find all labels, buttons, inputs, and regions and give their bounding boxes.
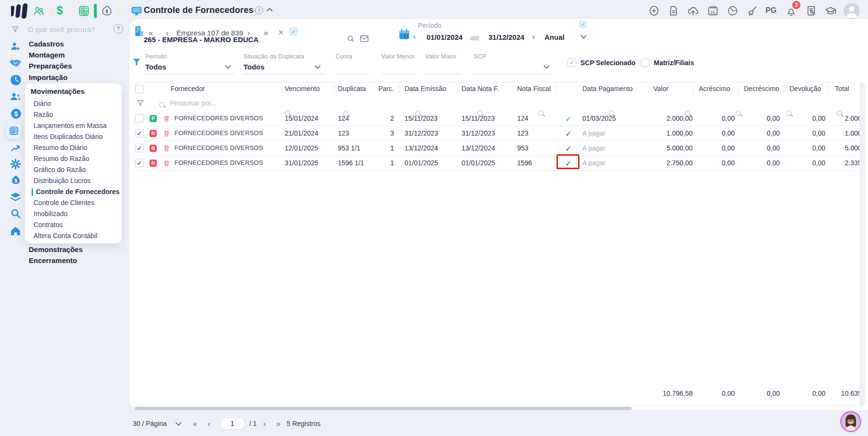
graduation-cap-icon[interactable] — [824, 5, 837, 17]
trending-up-icon[interactable] — [10, 142, 22, 154]
search-fornecedor-input[interactable]: Pesquisar por... — [170, 99, 216, 107]
money-circle-icon[interactable]: $ — [10, 108, 22, 120]
nota-check-icon[interactable]: ✓ — [560, 144, 577, 153]
column-header-data-nota[interactable]: Data Nota F. — [462, 85, 499, 92]
menu-item-resumo-razao[interactable]: Resumo do Razão — [34, 155, 89, 162]
app-logo-icon[interactable] — [11, 3, 30, 19]
row-checkbox[interactable]: ✓ — [135, 144, 144, 152]
sidebar-item-preparacoes[interactable]: Preparações — [29, 62, 72, 70]
valor-maior-input[interactable] — [425, 74, 461, 74]
layers-icon[interactable] — [10, 191, 22, 203]
money-bag-icon[interactable]: $ — [10, 174, 22, 186]
trash-icon[interactable] — [163, 130, 170, 138]
trash-icon[interactable] — [163, 160, 170, 167]
column-header-vencimento[interactable]: Vencimento — [285, 85, 320, 92]
table-row[interactable]: PFORNECEDORES DIVERSOS15/01/2024124215/1… — [135, 111, 863, 126]
menu-item-grafico-razao[interactable]: Gráfico do Razão — [34, 166, 86, 173]
period-start-date[interactable]: 01/01/2024 — [427, 33, 463, 41]
filter-funnel-icon[interactable] — [131, 57, 142, 68]
menu-item-resumo-diario[interactable]: Resumo do Diário — [34, 144, 87, 151]
column-header-parc[interactable]: Parc. — [364, 85, 394, 92]
nota-check-icon[interactable]: ✓ — [560, 129, 577, 138]
menu-item-distribuicao-lucros[interactable]: Distribuição Lucros — [34, 177, 91, 184]
scp-selecionado-checkbox[interactable]: ✓ — [567, 58, 576, 67]
filter-periodo-value[interactable]: Todos — [145, 63, 166, 71]
calculator-icon-active[interactable] — [6, 123, 22, 139]
column-header-acrescimo[interactable]: Acréscimo — [699, 85, 730, 92]
period-prev-button[interactable]: ‹ — [413, 33, 416, 41]
support-chat-avatar[interactable] — [840, 411, 861, 432]
row-checkbox[interactable]: ✓ — [135, 159, 144, 167]
user-settings-icon[interactable] — [10, 41, 21, 52]
handshake-icon[interactable] — [9, 57, 22, 69]
row-checkbox[interactable]: ✓ — [135, 129, 144, 138]
page-number-input[interactable]: 1 — [220, 417, 245, 430]
menu-item-itens-duplicados[interactable]: Itens Duplicados Diário — [34, 133, 103, 140]
clock-icon[interactable] — [727, 5, 739, 17]
home-icon[interactable] — [10, 225, 22, 237]
table-row[interactable]: ✓NFORNECEDORES DIVERSOS31/01/20251596 1/… — [135, 156, 863, 171]
people-group-icon[interactable] — [9, 91, 22, 103]
sidebar-item-cadastros[interactable]: Cadastros — [29, 40, 64, 48]
column-header-nota-fiscal[interactable]: Nota Fiscal — [517, 85, 551, 92]
calendar-icon[interactable] — [707, 5, 719, 17]
sidebar-item-montagem[interactable]: Montagem — [29, 51, 65, 59]
horizontal-scrollbar[interactable] — [135, 407, 632, 410]
menu-item-controle-fornecedores[interactable]: Controle de Fornecedores — [36, 188, 119, 195]
column-header-decrescimo[interactable]: Decréscimo — [744, 85, 779, 92]
first-page-button[interactable]: « — [193, 420, 197, 428]
row-checkbox[interactable] — [135, 114, 144, 123]
page-size-chevron-icon[interactable] — [175, 420, 182, 426]
table-filter-funnel-icon[interactable] — [136, 99, 145, 107]
menu-item-contratos[interactable]: Contratos — [34, 221, 63, 229]
period-mode-select[interactable]: Anual — [544, 33, 565, 41]
upload-cloud-icon[interactable] — [687, 5, 699, 17]
menu-item-diario[interactable]: Diário — [34, 100, 51, 107]
table-row[interactable]: ✓NFORNECEDORES DIVERSOS12/01/2025953 1/1… — [135, 141, 863, 156]
sidebar-item-movimentacoes[interactable]: Movimentações — [31, 87, 85, 95]
trash-icon[interactable] — [163, 115, 170, 123]
period-checkbox[interactable]: ✓ — [579, 21, 587, 28]
table-row[interactable]: ✓NFORNECEDORES DIVERSOS21/01/2024123331/… — [135, 126, 863, 141]
accounting-module-icon[interactable] — [78, 5, 90, 17]
help-icon[interactable]: ? — [114, 24, 123, 34]
company-search-icon[interactable] — [346, 34, 356, 44]
pg-button[interactable]: PG — [765, 6, 776, 15]
user-avatar[interactable] — [844, 3, 860, 19]
search-filter-icon[interactable] — [11, 25, 20, 34]
conta-input[interactable] — [336, 74, 370, 74]
people-module-icon[interactable] — [33, 5, 45, 17]
page-size-select[interactable]: 30 / Página — [133, 420, 167, 427]
matriz-filiais-checkbox[interactable] — [641, 58, 649, 67]
trash-icon[interactable] — [163, 145, 170, 152]
period-end-date[interactable]: 31/12/2024 — [488, 33, 524, 41]
search-fornecedor-icon[interactable] — [159, 102, 164, 107]
select-all-checkbox[interactable] — [135, 85, 144, 93]
column-header-valor[interactable]: Valor — [653, 85, 669, 92]
close-company-filter-icon[interactable]: ✕ — [278, 29, 284, 36]
history-clock-icon[interactable] — [10, 74, 22, 86]
column-header-data-emissao[interactable]: Data Emissão — [405, 85, 446, 92]
gear-icon[interactable] — [10, 158, 22, 170]
column-header-fornecedor[interactable]: Fornecedor — [171, 85, 205, 92]
scp-select[interactable] — [474, 74, 550, 74]
sidebar-item-importacao[interactable]: Importação — [29, 73, 68, 81]
clipboard-search-icon[interactable] — [805, 5, 817, 17]
prev-page-button[interactable]: ‹ — [208, 420, 210, 428]
info-icon[interactable]: i — [255, 6, 263, 14]
finance-module-icon[interactable]: $ — [57, 4, 63, 17]
column-header-duplicata[interactable]: Duplicata — [338, 85, 366, 92]
vertical-scrollbar-track[interactable] — [859, 82, 865, 405]
sidebar-search-input[interactable]: O que você procura? — [28, 25, 95, 34]
add-icon[interactable] — [648, 5, 660, 17]
moneybag-module-icon[interactable] — [101, 4, 113, 17]
menu-item-imobilizado[interactable]: Imobilizado — [34, 210, 68, 218]
column-header-data-pagamento[interactable]: Data Pagamento — [582, 85, 633, 92]
sidebar-item-demonstracoes[interactable]: Demonstrações — [29, 245, 83, 253]
menu-item-altera-conta[interactable]: Altera Conta Contábil — [34, 232, 97, 240]
menu-item-controle-clientes[interactable]: Controle de Clientes — [34, 199, 94, 207]
last-page-button[interactable]: » — [276, 420, 280, 428]
filter-situacao-value[interactable]: Todos — [243, 63, 265, 71]
next-page-button[interactable]: › — [263, 420, 266, 428]
column-header-total[interactable]: Total — [835, 85, 849, 92]
